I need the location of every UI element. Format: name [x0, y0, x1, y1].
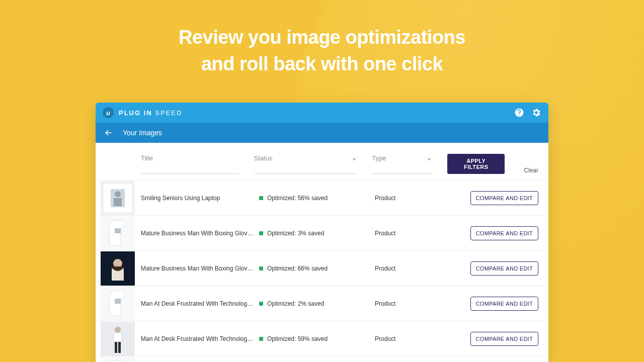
- table-row: Smiling Seniors Using LaptopOptimized: 5…: [96, 180, 548, 215]
- row-status-text: Optimized: 59% saved: [267, 335, 328, 342]
- row-status: Optimized: 2% saved: [259, 300, 375, 307]
- hero-line-2: and roll back with one click: [201, 53, 443, 74]
- brand-bold: PLUG IN: [119, 109, 152, 117]
- table-row: Man At Desk Frustrated With Technology t…: [96, 286, 548, 321]
- filter-title-input[interactable]: [141, 163, 239, 174]
- status-indicator-icon: [259, 302, 263, 306]
- row-type: Product: [375, 230, 445, 237]
- status-indicator-icon: [259, 337, 263, 341]
- filter-title-label: Title: [141, 154, 239, 162]
- svg-rect-13: [114, 333, 122, 342]
- topbar: u PLUG IN SPEED: [96, 103, 548, 123]
- svg-rect-10: [115, 299, 121, 304]
- filter-type-select[interactable]: [372, 163, 433, 174]
- status-indicator-icon: [259, 231, 263, 235]
- compare-and-edit-button[interactable]: COMPARE AND EDIT: [470, 297, 538, 311]
- thumbnail: [101, 356, 135, 363]
- row-status: Optimized: 59% saved: [259, 335, 375, 342]
- row-type: Product: [375, 300, 445, 307]
- status-indicator-icon: [259, 196, 263, 200]
- row-status: Optimized: 3% saved: [259, 230, 375, 237]
- row-title: Smiling Seniors Using Laptop: [141, 195, 259, 202]
- table-row: Man At Desk Frustrated With Technology t…: [96, 321, 548, 356]
- row-status: Optimized: 66% saved: [259, 265, 375, 272]
- row-title: Mature Business Man With Boxing Gloves F…: [141, 230, 259, 237]
- thumbnail: [101, 216, 135, 250]
- hero-heading: Review you image optimizations and roll …: [0, 0, 644, 77]
- row-type: Product: [375, 335, 445, 342]
- svg-rect-6: [115, 228, 121, 233]
- page-title: Your Images: [123, 129, 162, 137]
- app-panel: u PLUG IN SPEED Your Images Title Status: [96, 103, 548, 362]
- apply-filters-button[interactable]: APPLY FILTERS: [447, 154, 505, 174]
- svg-point-3: [115, 191, 121, 197]
- compare-and-edit-button[interactable]: COMPARE AND EDIT: [470, 261, 538, 276]
- compare-and-edit-button[interactable]: COMPARE AND EDIT: [470, 191, 538, 205]
- help-icon[interactable]: [514, 108, 524, 118]
- subbar: Your Images: [96, 123, 548, 143]
- logo-letter: u: [106, 109, 110, 117]
- svg-rect-15: [118, 342, 121, 353]
- gear-icon[interactable]: [531, 108, 541, 118]
- compare-and-edit-button[interactable]: COMPARE AND EDIT: [470, 226, 538, 240]
- table-row: Mature Business Man With Boxing Gloves F…: [96, 215, 548, 250]
- row-status-text: Optimized: 3% saved: [267, 230, 324, 237]
- row-title: Mature Business Man With Boxing Gloves F…: [141, 265, 259, 272]
- thumbnail: [101, 322, 135, 356]
- thumbnail: [101, 287, 135, 321]
- row-status-text: Optimized: 66% saved: [267, 265, 328, 272]
- filter-type-label: Type: [372, 154, 433, 162]
- content-area: Title Status Type APPLY FILTERS Clear Sm…: [96, 143, 548, 362]
- svg-rect-14: [115, 342, 117, 353]
- brand-light: SPEED: [155, 109, 182, 117]
- table-row: Mature Business Man With Boxing Gloves F…: [96, 250, 548, 286]
- svg-rect-4: [114, 198, 122, 206]
- filter-status-label: Status: [254, 154, 357, 162]
- table-row-partial: [96, 356, 548, 362]
- back-arrow-icon[interactable]: [104, 128, 114, 138]
- brand-name: PLUG IN SPEED: [119, 109, 182, 117]
- filter-status-select[interactable]: [254, 163, 357, 174]
- logo-badge: u: [103, 107, 114, 118]
- row-title: Man At Desk Frustrated With Technology t…: [141, 300, 259, 307]
- hero-line-1: Review you image optimizations: [179, 27, 465, 48]
- row-status-text: Optimized: 2% saved: [267, 300, 324, 307]
- clear-filters-link[interactable]: Clear: [524, 167, 538, 174]
- row-status-text: Optimized: 56% saved: [267, 195, 328, 202]
- thumbnail: [101, 181, 135, 215]
- image-rows: Smiling Seniors Using LaptopOptimized: 5…: [96, 180, 548, 356]
- filter-bar: Title Status Type APPLY FILTERS Clear: [96, 143, 548, 180]
- row-title: Man At Desk Frustrated With Technology t…: [141, 335, 259, 342]
- status-indicator-icon: [259, 266, 263, 270]
- row-type: Product: [375, 195, 445, 202]
- svg-point-12: [115, 327, 121, 333]
- row-status: Optimized: 56% saved: [259, 195, 375, 202]
- row-type: Product: [375, 265, 445, 272]
- thumbnail: [101, 251, 135, 286]
- compare-and-edit-button[interactable]: COMPARE AND EDIT: [470, 332, 538, 346]
